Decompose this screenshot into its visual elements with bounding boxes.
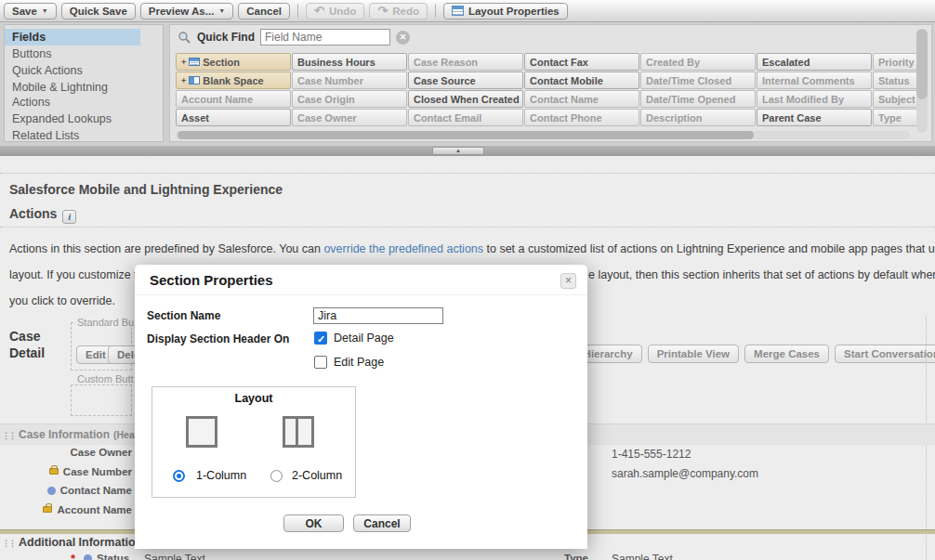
undo-button[interactable]: ↶ Undo (306, 3, 364, 20)
palette-field-label: Date/Time Closed (646, 75, 731, 86)
palette-field-item[interactable]: + Contact Name (524, 90, 639, 108)
palette-category-item[interactable]: Fields (5, 29, 140, 46)
palette-field-item[interactable]: + Case Origin (292, 90, 407, 108)
palette-field-label: Internal Comments (762, 75, 855, 86)
palette-field-label: Case Owner (297, 112, 357, 124)
cancel-button[interactable]: Cancel (238, 3, 290, 20)
palette-field-item[interactable]: + Case Owner (292, 109, 407, 126)
quick-find-input[interactable] (260, 29, 390, 46)
palette-field-label: Contact Phone (530, 112, 602, 124)
one-column-radio[interactable] (173, 470, 185, 482)
palette-field-item[interactable]: + Closed When Created (408, 90, 523, 108)
layout-field-row[interactable]: Contact Name (0, 481, 132, 501)
palette-field-label: Account Name (181, 94, 253, 105)
additional-information-header[interactable]: ⋮⋮Additional Information (2, 536, 142, 549)
edit-page-label: Edit Page (334, 356, 384, 369)
palette-field-item[interactable]: + Date/Time Opened (640, 90, 756, 108)
display-section-header-label: Display Section Header On (147, 332, 289, 345)
palette-field-item[interactable]: + Contact Mobile (524, 72, 639, 89)
undo-label: Undo (329, 6, 356, 17)
divider (0, 173, 935, 174)
chevron-down-icon: ▼ (42, 7, 48, 14)
palette-category-item[interactable]: Related Lists (5, 127, 140, 142)
description-text: to set a customized list of actions on L… (483, 242, 935, 255)
field-state-icon (47, 487, 56, 495)
palette-field-item[interactable]: + Case Source (408, 72, 523, 89)
palette-field-item[interactable]: + Case Reason (408, 53, 523, 71)
palette-field-label: Business Hours (297, 57, 375, 68)
palette-category-item[interactable]: Buttons (5, 46, 140, 62)
info-icon[interactable]: i (62, 210, 76, 224)
palette-field-item[interactable]: + Priority (873, 53, 916, 71)
case-detail-title-line1: Case (9, 329, 40, 344)
actions-description-line3: you click to override. (9, 294, 115, 307)
case-detail-title-line2: Detail (9, 345, 45, 360)
quick-save-button[interactable]: Quick Save (61, 3, 136, 20)
palette-field-item[interactable]: + Description (640, 109, 756, 126)
palette-field-label: Contact Name (530, 94, 599, 105)
palette-category-item[interactable]: Mobile & Lightning Actions (5, 79, 140, 111)
field-state-icon (43, 506, 52, 513)
edit-page-checkbox[interactable] (314, 356, 327, 369)
palette-hscroll-thumb[interactable] (178, 131, 754, 139)
case-information-fields: Case Owner Case Number Contact Name Acco… (0, 443, 132, 519)
palette-field-item[interactable]: + Date/Time Closed (640, 72, 756, 89)
close-icon[interactable]: × (560, 273, 576, 289)
palette-vscroll-thumb[interactable] (916, 29, 928, 99)
cancel-dialog-button[interactable]: Cancel (353, 514, 411, 532)
layout-properties-button[interactable]: Layout Properties (443, 3, 568, 20)
palette-field-item[interactable]: + Created By (640, 53, 756, 71)
palette-field-item[interactable]: + Last Modified By (757, 90, 872, 108)
custom-buttons-label: Custom Butt (74, 373, 137, 384)
case-detail-action-button[interactable]: Merge Cases (744, 345, 829, 363)
clear-search-icon[interactable]: ✕ (396, 31, 410, 45)
palette-field-item[interactable]: + Parent Case (757, 109, 872, 126)
layout-field-row[interactable]: Case Number (0, 462, 132, 482)
palette-field-item[interactable]: + Contact Fax (524, 53, 639, 71)
standard-buttons-label: Standard Bu (74, 317, 137, 328)
drag-handle-icon[interactable]: ⋮⋮ (2, 431, 15, 440)
palette-field-item[interactable]: + Blank Space (176, 72, 291, 89)
status-field-label: Status (97, 553, 129, 560)
palette-field-item[interactable]: + Type (873, 109, 916, 126)
palette-field-item[interactable]: + Escalated (757, 53, 872, 71)
case-information-values: 1-415-555-1212 sarah.sample@company.com (612, 445, 758, 484)
ok-button[interactable]: OK (283, 514, 344, 532)
toolbar-separator (297, 4, 298, 18)
palette-field-item[interactable]: + Contact Phone (524, 109, 639, 126)
palette-vertical-scrollbar[interactable] (916, 29, 928, 133)
palette-category-item[interactable]: Expanded Lookups (5, 111, 140, 127)
preview-as-button[interactable]: Preview As... ▼ (140, 3, 233, 20)
redo-label: Redo (392, 6, 419, 17)
palette-field-item[interactable]: + Business Hours (292, 53, 407, 71)
palette-horizontal-scrollbar[interactable] (176, 131, 910, 139)
palette-field-item[interactable]: + Internal Comments (757, 72, 872, 89)
palette-field-label: Asset (181, 112, 209, 124)
two-column-radio[interactable] (270, 470, 283, 482)
palette-field-item[interactable]: + Contact Email (408, 109, 523, 126)
actions-heading-label: Actions (9, 206, 57, 221)
palette-field-item[interactable]: + Subject (873, 90, 916, 108)
layout-field-row[interactable]: Case Owner (0, 443, 132, 462)
palette-field-label: Subject (878, 94, 915, 105)
drag-handle-icon[interactable]: ⋮⋮ (2, 539, 15, 548)
palette-category-item[interactable]: Quick Actions (5, 62, 140, 79)
palette-field-label: Blank Space (203, 75, 263, 86)
palette-field-item[interactable]: + Case Number (292, 72, 407, 89)
redo-button[interactable]: ↷ Redo (369, 3, 428, 20)
case-detail-action-button[interactable]: Printable View (648, 345, 739, 363)
case-information-header[interactable]: ⋮⋮Case Information(Hea (2, 428, 135, 441)
palette-field-item[interactable]: + Account Name (176, 90, 291, 108)
collapse-palette-handle[interactable]: ▲ (432, 147, 484, 155)
palette-field-item[interactable]: + Asset (176, 109, 291, 126)
override-predefined-actions-link[interactable]: override the predefined actions (323, 242, 483, 255)
dialog-title-divider (135, 294, 587, 295)
palette-field-item[interactable]: + Status (873, 72, 916, 89)
palette-field-item[interactable]: + Section (176, 53, 291, 71)
palette-collapse-bar: ▲ (0, 146, 935, 156)
save-button[interactable]: Save ▼ (4, 3, 57, 20)
layout-field-row[interactable]: Account Name (0, 501, 132, 520)
detail-page-checkbox[interactable] (314, 332, 327, 345)
case-detail-action-button[interactable]: Start Conversation (835, 345, 935, 363)
section-name-input[interactable] (313, 307, 443, 324)
